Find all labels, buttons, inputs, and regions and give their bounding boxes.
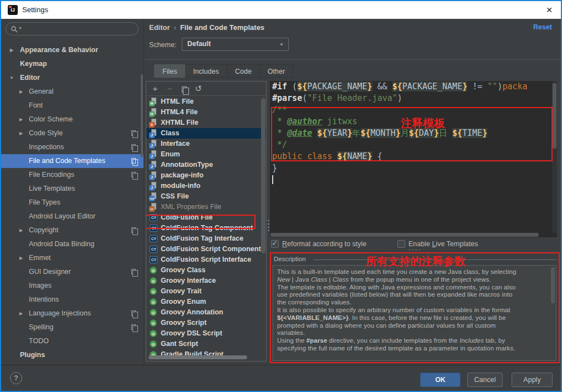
live-templates-checkbox[interactable]	[397, 240, 405, 248]
sidebar-item-images[interactable]: Images	[1, 279, 144, 293]
template-item-xml-properties-file[interactable]: <>XML Properties File	[146, 202, 266, 212]
revert-template-button[interactable]: ↺	[193, 83, 204, 94]
help-button[interactable]: ?	[10, 372, 22, 384]
template-item-coldfusion-file[interactable]: CfColdFusion File	[146, 212, 266, 223]
chevron-right-icon[interactable]: ▶	[18, 307, 24, 320]
template-item-groovy-trait[interactable]: GGroovy Trait	[146, 286, 266, 297]
template-item-label: module-info	[161, 181, 201, 191]
remove-template-button[interactable]: −	[164, 83, 175, 94]
editor-vertical-scrollbar[interactable]	[552, 81, 557, 233]
description-scrollbar[interactable]	[551, 267, 555, 303]
template-item-module-info[interactable]: Jmodule-info	[146, 181, 266, 191]
template-item-groovy-dsl-script[interactable]: GGroovy DSL Script	[146, 328, 266, 339]
chevron-right-icon[interactable]: ▶	[18, 251, 24, 265]
search-box[interactable]: ▼	[6, 22, 139, 35]
template-item-html-file[interactable]: HHTML File	[146, 96, 266, 107]
sidebar-item-intentions[interactable]: Intentions	[1, 293, 144, 307]
template-item-groovy-enum[interactable]: GGroovy Enum	[146, 297, 266, 307]
template-code-editor[interactable]: #if (${PACKAGE_NAME} && ${PACKAGE_NAME} …	[270, 81, 557, 237]
copy-badge-icon	[131, 310, 136, 316]
copy-template-button[interactable]	[178, 83, 190, 94]
sidebar-item-file-types[interactable]: File Types	[1, 196, 144, 210]
search-input[interactable]	[25, 23, 134, 34]
description-title: Description	[274, 256, 306, 262]
tab-code[interactable]: Code	[227, 64, 260, 78]
close-icon[interactable]: ×	[542, 3, 556, 17]
template-item-groovy-interface[interactable]: GGroovy Interface	[146, 276, 266, 286]
tab-other[interactable]: Other	[260, 64, 293, 78]
template-item-coldfusion-script-interface[interactable]: CfColdFusion Script Interface	[146, 254, 266, 265]
template-item-html4-file[interactable]: HHTML4 File	[146, 107, 266, 118]
chevron-right-icon[interactable]: ▶	[9, 43, 14, 57]
breadcrumb-editor[interactable]: Editor	[149, 23, 170, 32]
ok-button[interactable]: OK	[420, 373, 461, 387]
live-templates-label[interactable]: Enable Live Templates	[408, 240, 478, 249]
reformat-checkbox[interactable]: ✓	[271, 240, 279, 248]
sidebar-item-label: Spelling	[1, 320, 144, 334]
template-item-interface[interactable]: JInterface	[146, 139, 266, 149]
chevron-right-icon[interactable]: ▶	[18, 113, 24, 126]
cancel-button[interactable]: Cancel	[467, 373, 503, 387]
template-item-coldfusion-script-component[interactable]: CfColdFusion Script Component	[146, 244, 266, 254]
sidebar-item-label: Editor	[1, 71, 144, 85]
template-item-coldfusion-tag-interface[interactable]: CfColdFusion Tag Interface	[146, 233, 266, 244]
template-item-coldfusion-tag-component[interactable]: CfColdFusion Tag Component	[146, 223, 266, 233]
search-filter-arrow-icon[interactable]: ▼	[18, 26, 22, 30]
sidebar-item-android-layout-editor[interactable]: Android Layout Editor	[1, 210, 144, 223]
scheme-select[interactable]: Default ▼	[182, 38, 289, 51]
sidebar-item-emmet[interactable]: ▶Emmet	[1, 251, 144, 265]
tab-files[interactable]: Files	[154, 64, 185, 78]
sidebar-item-font[interactable]: Font	[1, 99, 144, 113]
chevron-down-icon[interactable]: ▼	[9, 71, 14, 85]
sidebar-item-android-data-binding[interactable]: Android Data Binding	[1, 237, 144, 251]
horizontal-splitter-handle[interactable]	[408, 248, 422, 251]
tab-includes[interactable]: Includes	[185, 64, 227, 78]
sidebar-item-code-style[interactable]: ▶Code Style	[1, 126, 144, 140]
description-line: ${<VARIABLE_NAME>}. In this case, before…	[277, 314, 548, 322]
template-item-annotationtype[interactable]: JAnnotationType	[146, 160, 266, 170]
sidebar-item-gui-designer[interactable]: GUI Designer	[1, 265, 144, 279]
template-item-xhtml-file[interactable]: xXHTML File	[146, 118, 266, 128]
java-file-icon: J	[149, 161, 158, 170]
sidebar-item-todo[interactable]: TODO	[1, 334, 144, 348]
sidebar-item-plugins[interactable]: Plugins	[1, 348, 144, 362]
chevron-right-icon[interactable]: ▶	[18, 223, 24, 237]
apply-button[interactable]: Apply	[512, 373, 553, 387]
sidebar-item-file-encodings[interactable]: File Encodings	[1, 168, 144, 182]
file-badge-glyph: <>	[149, 206, 155, 212]
sidebar-item-language-injections[interactable]: ▶Language Injections	[1, 307, 144, 320]
editor-horizontal-scrollbar[interactable]	[270, 233, 539, 237]
template-item-groovy-annotation[interactable]: GGroovy Annotation	[146, 307, 266, 318]
sidebar-item-label: Live Templates	[1, 182, 144, 196]
template-item-class[interactable]: JClass	[146, 128, 266, 139]
template-item-groovy-class[interactable]: GGroovy Class	[146, 265, 266, 276]
template-item-label: Groovy DSL Script	[161, 328, 222, 339]
sidebar-item-inspections[interactable]: Inspections	[1, 140, 144, 154]
reformat-label[interactable]: Reformat according to style	[282, 240, 366, 249]
template-item-enum[interactable]: JEnum	[146, 149, 266, 160]
chevron-right-icon[interactable]: ▶	[18, 126, 24, 140]
add-template-button[interactable]: +	[150, 83, 161, 94]
sidebar-item-spelling[interactable]: Spelling	[1, 320, 144, 334]
coldfusion-glyph: Cf	[150, 214, 157, 221]
sidebar-item-appearance-behavior[interactable]: ▶Appearance & Behavior	[1, 43, 144, 57]
sidebar-item-color-scheme[interactable]: ▶Color Scheme	[1, 113, 144, 126]
template-item-groovy-script[interactable]: GGroovy Script	[146, 318, 266, 328]
reset-link[interactable]: Reset	[533, 23, 552, 31]
sidebar-scrollbar[interactable]	[141, 74, 143, 157]
template-item-package-info[interactable]: Jpackage-info	[146, 170, 266, 181]
template-list-vertical-scrollbar[interactable]	[261, 98, 265, 253]
sidebar-item-file-and-code-templates[interactable]: File and Code Templates	[1, 154, 144, 168]
sidebar-item-general[interactable]: ▶General	[1, 85, 144, 99]
tab-bar: FilesIncludesCodeOther	[154, 64, 293, 78]
copy-badge-icon	[131, 130, 136, 136]
template-list-horizontal-scrollbar[interactable]	[149, 355, 247, 359]
sidebar-item-keymap[interactable]: Keymap	[1, 57, 144, 71]
chevron-right-icon[interactable]: ▶	[18, 85, 24, 99]
sidebar-item-editor[interactable]: ▼Editor	[1, 71, 144, 85]
template-item-gant-script[interactable]: GGant Script	[146, 339, 266, 349]
template-item-css-file[interactable]: cssCSS File	[146, 191, 266, 202]
sidebar-item-copyright[interactable]: ▶Copyright	[1, 223, 144, 237]
breadcrumb: Editor›File and Code Templates	[149, 23, 264, 32]
sidebar-item-live-templates[interactable]: Live Templates	[1, 182, 144, 196]
